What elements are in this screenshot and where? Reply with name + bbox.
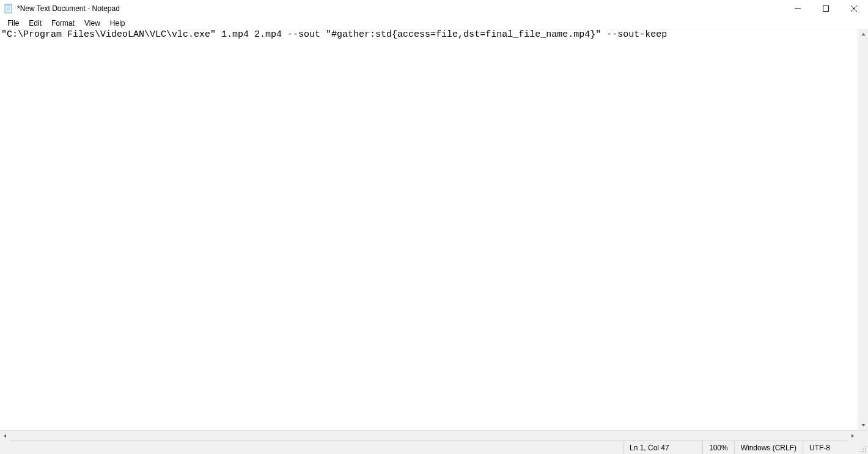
- svg-point-15: [862, 448, 864, 450]
- window-title: *New Text Document - Notepad: [17, 4, 784, 13]
- svg-point-17: [860, 451, 861, 452]
- editor-container: "C:\Program Files\VideoLAN\VLC\vlc.exe" …: [0, 29, 868, 430]
- svg-rect-1: [5, 4, 12, 6]
- maximize-button[interactable]: [812, 0, 840, 17]
- svg-marker-11: [862, 424, 866, 426]
- menu-edit[interactable]: Edit: [24, 18, 46, 29]
- window-controls: [784, 0, 868, 17]
- status-spacer: [0, 441, 623, 454]
- titlebar: *New Text Document - Notepad: [0, 0, 868, 17]
- horizontal-scrollbar[interactable]: [0, 430, 868, 441]
- scroll-left-icon[interactable]: [0, 431, 10, 441]
- svg-marker-10: [862, 33, 866, 35]
- status-encoding: UTF-8: [803, 441, 858, 454]
- scroll-corner: [858, 431, 868, 441]
- minimize-button[interactable]: [784, 0, 812, 17]
- close-button[interactable]: [840, 0, 868, 17]
- hscroll-track[interactable]: [10, 431, 847, 441]
- menu-file[interactable]: File: [2, 18, 24, 29]
- menu-format[interactable]: Format: [46, 18, 79, 29]
- scroll-up-icon[interactable]: [858, 29, 868, 40]
- status-zoom: 100%: [702, 441, 734, 454]
- scroll-right-icon[interactable]: [847, 431, 858, 441]
- menubar: File Edit Format View Help: [0, 17, 868, 29]
- svg-point-18: [862, 451, 864, 452]
- status-line-ending: Windows (CRLF): [734, 441, 803, 454]
- menu-view[interactable]: View: [79, 18, 105, 29]
- statusbar: Ln 1, Col 47 100% Windows (CRLF) UTF-8: [0, 441, 868, 454]
- svg-rect-7: [823, 6, 829, 12]
- resize-grip-icon[interactable]: [858, 441, 868, 454]
- svg-marker-13: [851, 434, 854, 438]
- menu-help[interactable]: Help: [105, 18, 130, 29]
- status-cursor-position: Ln 1, Col 47: [623, 441, 702, 454]
- scroll-down-icon[interactable]: [858, 420, 868, 430]
- svg-marker-12: [4, 434, 6, 438]
- svg-point-16: [865, 448, 866, 450]
- text-editor[interactable]: "C:\Program Files\VideoLAN\VLC\vlc.exe" …: [0, 29, 858, 430]
- svg-point-19: [865, 451, 866, 452]
- vertical-scrollbar[interactable]: [858, 29, 868, 430]
- notepad-icon: [4, 4, 13, 13]
- svg-point-14: [865, 446, 866, 447]
